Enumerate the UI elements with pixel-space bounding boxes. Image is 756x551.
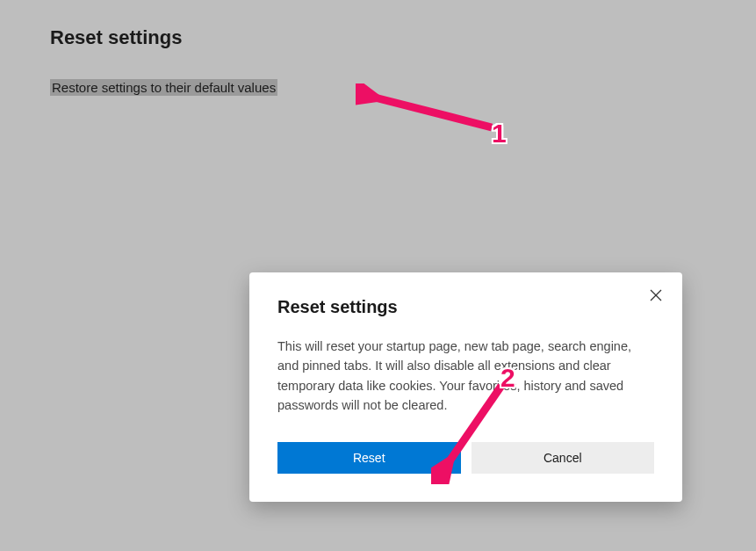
close-icon <box>650 289 662 301</box>
dialog-body-text: This will reset your startup page, new t… <box>277 337 654 416</box>
annotation-arrow-1 <box>356 83 505 140</box>
dialog-close-button[interactable] <box>645 285 666 306</box>
dialog-title: Reset settings <box>277 297 654 317</box>
svg-line-3 <box>371 97 492 127</box>
page-header: Reset settings <box>0 0 756 49</box>
reset-button[interactable]: Reset <box>277 442 461 474</box>
cancel-button[interactable]: Cancel <box>472 442 655 474</box>
reset-settings-dialog: Reset settings This will reset your star… <box>249 272 682 502</box>
annotation-number-1: 1 <box>492 119 507 149</box>
dialog-button-row: Reset Cancel <box>277 442 654 474</box>
page-title: Reset settings <box>50 26 756 49</box>
restore-settings-link[interactable]: Restore settings to their default values <box>50 79 277 96</box>
